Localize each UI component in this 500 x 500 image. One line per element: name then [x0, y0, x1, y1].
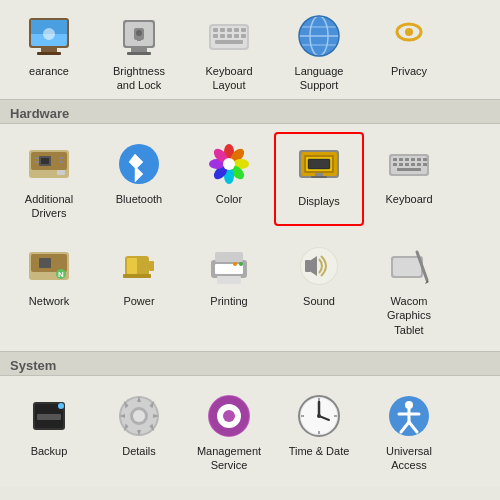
- svg-rect-67: [411, 158, 415, 161]
- time-date-icon: [295, 392, 343, 440]
- svg-rect-68: [417, 158, 421, 161]
- color-label: Color: [216, 192, 242, 206]
- svg-point-33: [405, 28, 413, 36]
- item-language[interactable]: LanguageSupport: [274, 4, 364, 99]
- additional-drivers-label: AdditionalDrivers: [25, 192, 73, 221]
- item-keyboard-layout[interactable]: KeyboardLayout: [184, 4, 274, 99]
- svg-rect-21: [220, 34, 225, 38]
- svg-rect-9: [127, 52, 151, 55]
- wacom-icon: [385, 242, 433, 290]
- svg-point-115: [317, 414, 321, 418]
- svg-rect-18: [234, 28, 239, 32]
- svg-rect-76: [397, 168, 421, 171]
- item-time-date[interactable]: Time & Date: [274, 384, 364, 479]
- svg-rect-22: [227, 34, 232, 38]
- svg-rect-4: [41, 48, 57, 52]
- displays-icon: [295, 142, 343, 190]
- hardware-grid-2: N Network Power: [0, 234, 500, 351]
- bluetooth-icon: [115, 140, 163, 188]
- bluetooth-label: Bluetooth: [116, 192, 162, 206]
- svg-point-53: [223, 158, 235, 170]
- svg-rect-16: [220, 28, 225, 32]
- svg-rect-88: [215, 252, 243, 262]
- item-universal-access[interactable]: UniversalAccess: [364, 384, 454, 479]
- svg-rect-65: [399, 158, 403, 161]
- svg-marker-98: [425, 280, 429, 284]
- svg-rect-101: [37, 414, 61, 420]
- svg-point-90: [239, 262, 243, 266]
- svg-point-110: [223, 410, 235, 422]
- system-header: System: [0, 351, 500, 376]
- printing-label: Printing: [210, 294, 247, 308]
- displays-label: Displays: [298, 194, 340, 208]
- svg-rect-5: [37, 52, 61, 55]
- svg-rect-94: [305, 260, 311, 272]
- svg-rect-19: [241, 28, 246, 32]
- svg-point-102: [58, 403, 64, 409]
- svg-rect-83: [149, 261, 154, 271]
- item-management[interactable]: ManagementService: [184, 384, 274, 479]
- hardware-grid: AdditionalDrivers Bluetooth: [0, 124, 500, 235]
- svg-rect-61: [311, 176, 327, 178]
- item-displays[interactable]: Displays: [274, 132, 364, 227]
- svg-point-3: [43, 28, 55, 40]
- svg-rect-17: [227, 28, 232, 32]
- svg-point-91: [233, 262, 237, 266]
- svg-rect-43: [57, 170, 65, 175]
- management-label: ManagementService: [197, 444, 261, 473]
- item-details[interactable]: Details: [94, 384, 184, 479]
- universal-access-label: UniversalAccess: [386, 444, 432, 473]
- svg-point-106: [133, 410, 145, 422]
- svg-rect-39: [35, 157, 39, 159]
- svg-rect-85: [123, 274, 151, 278]
- language-label: LanguageSupport: [295, 64, 344, 93]
- item-wacom[interactable]: WacomGraphicsTablet: [364, 234, 454, 343]
- backup-label: Backup: [31, 444, 68, 458]
- item-bluetooth[interactable]: Bluetooth: [94, 132, 184, 227]
- keyboard-label: Keyboard: [385, 192, 432, 206]
- language-icon: [295, 12, 343, 60]
- privacy-icon: [385, 12, 433, 60]
- keyboard-icon: [385, 140, 433, 188]
- svg-rect-23: [234, 34, 239, 38]
- svg-rect-70: [393, 163, 397, 166]
- hardware-header: Hardware: [0, 99, 500, 124]
- svg-rect-8: [131, 48, 147, 52]
- system-grid: Backup: [0, 376, 500, 487]
- item-color[interactable]: Color: [184, 132, 274, 227]
- details-icon: [115, 392, 163, 440]
- item-printing[interactable]: Printing: [184, 234, 274, 343]
- svg-rect-34: [385, 12, 433, 22]
- management-icon: [205, 392, 253, 440]
- svg-rect-73: [411, 163, 415, 166]
- keyboard-layout-label: KeyboardLayout: [205, 64, 252, 93]
- svg-rect-25: [215, 40, 243, 44]
- universal-access-icon: [385, 392, 433, 440]
- svg-rect-41: [59, 157, 63, 159]
- item-additional-drivers[interactable]: AdditionalDrivers: [4, 132, 94, 227]
- item-power[interactable]: Power: [94, 234, 184, 343]
- appearance-icon: [25, 12, 73, 60]
- svg-text:N: N: [58, 270, 64, 279]
- svg-rect-42: [59, 161, 63, 163]
- item-appearance[interactable]: earance: [4, 4, 94, 99]
- item-privacy[interactable]: Privacy: [364, 4, 454, 99]
- svg-rect-96: [393, 258, 421, 276]
- network-icon: N: [25, 242, 73, 290]
- brightness-label: Brightnessand Lock: [113, 64, 165, 93]
- item-brightness[interactable]: Brightnessand Lock: [94, 4, 184, 99]
- svg-rect-89: [217, 276, 241, 284]
- svg-rect-24: [241, 34, 246, 38]
- color-icon: [205, 140, 253, 188]
- top-section: earance Brightnessand Lock: [0, 0, 500, 99]
- item-network[interactable]: N Network: [4, 234, 94, 343]
- svg-rect-20: [213, 34, 218, 38]
- item-keyboard[interactable]: Keyboard: [364, 132, 454, 227]
- svg-rect-38: [41, 158, 49, 164]
- svg-rect-79: [39, 258, 51, 268]
- item-backup[interactable]: Backup: [4, 384, 94, 479]
- details-label: Details: [122, 444, 156, 458]
- svg-rect-84: [127, 258, 137, 274]
- svg-rect-87: [215, 264, 243, 274]
- item-sound[interactable]: Sound: [274, 234, 364, 343]
